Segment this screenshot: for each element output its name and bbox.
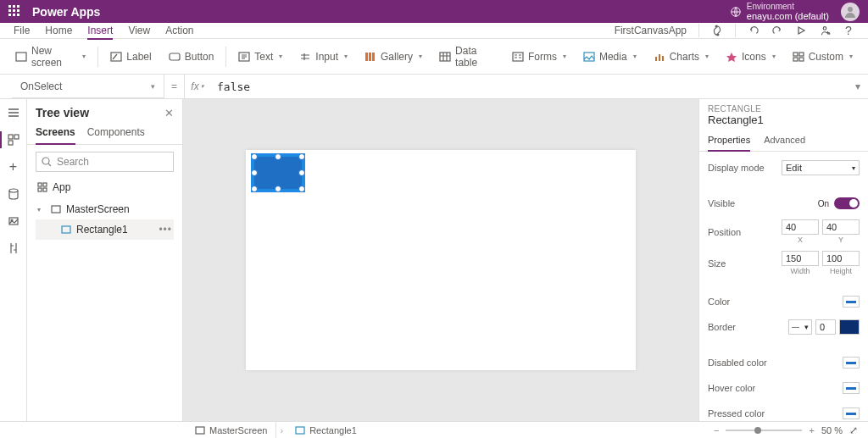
resize-handle[interactable] <box>298 169 305 176</box>
border-color-swatch[interactable] <box>839 319 860 335</box>
visible-toggle[interactable] <box>834 197 860 209</box>
icons-menu[interactable]: Icons▾ <box>717 51 784 63</box>
resize-handle[interactable] <box>251 186 258 192</box>
data-icon[interactable] <box>7 187 20 201</box>
waffle-icon[interactable] <box>8 5 22 19</box>
hover-color-swatch[interactable] <box>843 382 860 394</box>
properties-panel: RECTANGLE Rectangle1 Properties Advanced… <box>698 99 868 421</box>
hamburger-icon[interactable] <box>7 106 20 119</box>
search-input[interactable]: Search <box>36 152 174 172</box>
breadcrumb-screen[interactable]: MasterScreen <box>186 422 276 438</box>
share-icon[interactable] <box>819 25 831 36</box>
label-icon <box>110 51 122 63</box>
control-name[interactable]: Rectangle1 <box>699 114 868 131</box>
selected-rectangle[interactable] <box>251 153 305 192</box>
resize-handle[interactable] <box>298 153 305 160</box>
gallery-icon <box>364 51 376 63</box>
datatable-button[interactable]: Data table <box>431 45 504 69</box>
play-icon[interactable] <box>795 25 807 36</box>
add-icon[interactable]: + <box>7 160 20 174</box>
redo-icon[interactable] <box>771 25 783 36</box>
fx-button[interactable]: fx▾ <box>185 75 210 98</box>
display-mode-select[interactable]: Edit▾ <box>782 160 860 175</box>
resize-handle[interactable] <box>275 153 281 160</box>
media-label: Media <box>599 51 627 63</box>
environment-picker[interactable]: Environment enayu.com (default) <box>730 2 829 21</box>
close-icon[interactable]: ✕ <box>164 107 174 119</box>
tree-rect-label: Rectangle1 <box>76 224 128 236</box>
label-disabled-color: Disabled color <box>708 358 767 368</box>
menu-home[interactable]: Home <box>45 23 72 38</box>
width-input[interactable]: 150 <box>782 251 819 266</box>
text-menu[interactable]: Text▾ <box>230 51 291 63</box>
tab-properties[interactable]: Properties <box>708 131 750 152</box>
formula-input[interactable]: false <box>210 75 848 98</box>
avatar[interactable] <box>841 3 860 21</box>
media-menu[interactable]: Media▾ <box>575 51 645 63</box>
zoom-in-button[interactable]: + <box>809 425 814 435</box>
svg-rect-17 <box>662 56 664 61</box>
tree-item-app[interactable]: App <box>36 177 174 197</box>
fullscreen-icon[interactable]: ⤢ <box>849 424 858 436</box>
resize-handle[interactable] <box>251 169 258 176</box>
input-menu[interactable]: Input▾ <box>291 51 356 63</box>
menu-insert[interactable]: Insert <box>87 23 113 40</box>
menu-file[interactable]: File <box>14 23 30 38</box>
tab-screens[interactable]: Screens <box>36 123 75 145</box>
chevron-down-icon[interactable]: ▾ <box>37 206 46 213</box>
tree-item-rectangle[interactable]: Rectangle1 ••• <box>36 219 174 240</box>
zoom-percent: 50 % <box>821 425 843 435</box>
text-icon <box>238 51 250 63</box>
disabled-color-swatch[interactable] <box>843 357 860 369</box>
button-button[interactable]: Button <box>160 51 223 63</box>
border-width-input[interactable]: 0 <box>815 319 836 335</box>
gallery-label: Gallery <box>381 51 413 63</box>
help-icon[interactable]: ? <box>843 25 854 36</box>
forms-menu[interactable]: Forms▾ <box>504 51 575 63</box>
tree-title: Tree view <box>36 106 89 119</box>
charts-icon <box>654 51 665 63</box>
position-y-input[interactable]: 40 <box>822 219 860 235</box>
pressed-color-swatch[interactable] <box>843 408 860 419</box>
zoom-slider[interactable] <box>726 430 802 431</box>
undo-icon[interactable] <box>748 25 760 36</box>
zoom-out-button[interactable]: − <box>714 425 719 435</box>
advanced-tools-icon[interactable] <box>7 241 20 255</box>
breadcrumb-rect[interactable]: Rectangle1 <box>287 422 365 438</box>
environment-icon <box>730 6 742 18</box>
tab-advanced[interactable]: Advanced <box>764 131 805 151</box>
more-icon[interactable]: ••• <box>159 224 172 236</box>
position-x-input[interactable]: 40 <box>782 219 819 235</box>
resize-handle[interactable] <box>275 186 281 192</box>
canvas-screen[interactable] <box>246 150 636 370</box>
color-swatch[interactable] <box>843 296 860 308</box>
menu-view[interactable]: View <box>128 23 150 38</box>
svg-rect-18 <box>793 53 798 56</box>
tree-view-icon[interactable] <box>7 133 20 147</box>
app-checker-icon[interactable] <box>711 25 723 36</box>
menu-action[interactable]: Action <box>165 23 193 38</box>
expand-formula-icon[interactable]: ▾ <box>848 75 868 98</box>
height-input[interactable]: 100 <box>822 251 860 266</box>
svg-rect-24 <box>8 141 13 145</box>
custom-icon <box>793 51 804 63</box>
gallery-menu[interactable]: Gallery▾ <box>356 51 431 63</box>
label-button[interactable]: Label <box>102 51 159 63</box>
menu-bar: File Home Insert View Action FirstCanvas… <box>0 23 868 39</box>
tab-components[interactable]: Components <box>87 123 145 144</box>
resize-handle[interactable] <box>251 153 258 160</box>
w-sub: Width <box>782 267 819 275</box>
charts-menu[interactable]: Charts▾ <box>645 51 717 63</box>
canvas-area[interactable] <box>183 99 698 421</box>
resize-handle[interactable] <box>298 186 305 192</box>
forms-icon <box>512 51 524 63</box>
insert-ribbon: New screen▾ Label Button Text▾ Input▾ Ga… <box>0 39 868 75</box>
border-style-select[interactable]: —▾ <box>788 319 812 335</box>
custom-menu[interactable]: Custom▾ <box>784 51 861 63</box>
new-screen-button[interactable]: New screen▾ <box>7 45 94 69</box>
media-rail-icon[interactable] <box>7 214 20 228</box>
property-dropdown[interactable]: OnSelect ▾ <box>12 75 164 98</box>
project-name[interactable]: FirstCanvasApp <box>615 25 687 36</box>
person-icon <box>843 5 857 19</box>
tree-item-screen[interactable]: ▾ MasterScreen <box>36 199 174 219</box>
